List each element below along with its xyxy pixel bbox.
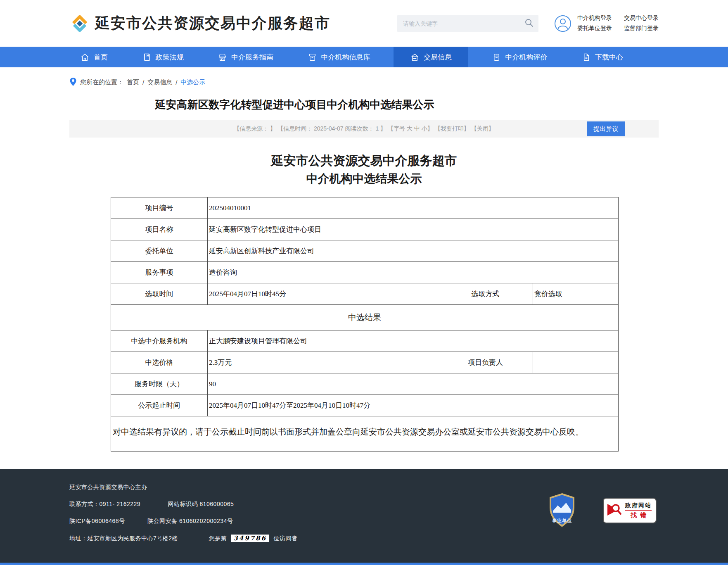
- search-icon: [524, 23, 534, 29]
- archive-box-icon: [308, 52, 317, 62]
- project-name-label: 项目名称: [111, 219, 208, 240]
- gov-badge-subtitle: 找错: [627, 511, 650, 519]
- project-no-label: 项目编号: [111, 197, 208, 219]
- nav-item-label: 首页: [94, 52, 108, 62]
- print-button[interactable]: 【我要打印】: [435, 125, 470, 133]
- search-button[interactable]: [521, 16, 537, 31]
- breadcrumb-separator: /: [175, 79, 177, 86]
- book-icon: [142, 52, 152, 62]
- breadcrumb: 您所在的位置： 首页 / 交易信息 / 中选公示: [69, 67, 659, 93]
- footer-site-code: 网站标识码 6106000065: [168, 501, 234, 507]
- table-row: 服务时限（天） 90: [111, 373, 619, 395]
- info-time: 【信息时间： 2025-04-07 阅读次数： 1 】: [277, 125, 386, 133]
- breadcrumb-trade-info[interactable]: 交易信息: [147, 78, 172, 86]
- select-method-label: 选取方式: [438, 283, 533, 305]
- objection-note: 对中选结果有异议的，请于公示截止时间前以书面形式并加盖公章向延安市公共资源交易办…: [111, 416, 619, 452]
- document-title-line1: 延安市公共资源交易中介服务超市: [0, 152, 728, 170]
- table-row: 项目名称 延安高新区数字化转型促进中心项目: [111, 219, 619, 240]
- login-links: 中介机构登录 委托单位登录 交易中心登录 监督部门登录: [577, 14, 659, 33]
- table-row: 对中选结果有异议的，请于公示截止时间前以书面形式并加盖公章向延安市公共资源交易办…: [111, 416, 619, 452]
- breadcrumb-label: 您所在的位置：: [80, 78, 123, 86]
- table-row: 公示起止时间 2025年04月07日10时47分至2025年04月10日10时4…: [111, 395, 619, 416]
- footer-police: 陕公网安备 61060202000234号: [147, 518, 233, 524]
- login-link-supervision[interactable]: 监督部门登录: [624, 25, 659, 32]
- project-no-value: 202504010001: [208, 197, 619, 219]
- house-dots-icon: [410, 52, 420, 62]
- footer-address-line: 地址：延安市新区为民服务中心7号楼2楼 您是第 349786 位访问者: [69, 535, 659, 542]
- table-wrapper: 项目编号 202504010001 项目名称 延安高新区数字化转型促进中心项目 …: [69, 197, 659, 452]
- search-input[interactable]: [397, 15, 538, 32]
- result-section-header: 中选结果: [111, 305, 619, 330]
- document-title-line2: 中介机构中选结果公示: [0, 170, 728, 188]
- gov-badge-title: 政府网站: [625, 502, 652, 511]
- visitor-counter: 349786: [231, 535, 269, 542]
- breadcrumb-home[interactable]: 首页: [127, 78, 139, 86]
- publicity-period-value: 2025年04月07日10时47分至2025年04月10日10时47分: [208, 395, 619, 416]
- nav-item-agency-rating[interactable]: 中介机构评价: [481, 47, 558, 67]
- footer-organizer: 延安市公共资源交易中心主办: [69, 484, 659, 491]
- project-name-value: 延安高新区数字化转型促进中心项目: [208, 219, 619, 240]
- brand: 延安市公共资源交易中介服务超市: [69, 13, 330, 34]
- footer-address: 地址：延安市新区为民服务中心7号楼2楼: [69, 535, 178, 542]
- nav-item-label: 下载中心: [595, 52, 623, 62]
- search-box: [397, 15, 538, 32]
- publicity-period-label: 公示起止时间: [111, 395, 208, 416]
- breadcrumb-separator: /: [142, 79, 144, 86]
- document-title: 延安市公共资源交易中介服务超市 中介机构中选结果公示: [0, 152, 728, 188]
- service-item-value: 造价咨询: [208, 262, 619, 283]
- site-footer: 延安市公共资源交易中心主办 联系方式：0911- 2162229 网站标识码 6…: [0, 469, 728, 565]
- table-row: 服务事项 造价咨询: [111, 262, 619, 283]
- nav-item-label: 交易信息: [424, 52, 452, 62]
- visitor-suffix: 位访问者: [273, 535, 297, 542]
- storefront-icon: [218, 52, 227, 62]
- winner-value: 正大鹏安建设项目管理有限公司: [208, 330, 619, 352]
- gov-website-error-badge[interactable]: 政府网站 找错: [603, 498, 657, 523]
- page: 延安市公共资源交易中介服务超市: [0, 0, 728, 565]
- user-icon: [554, 15, 571, 32]
- table-row: 中选中介服务机构 正大鹏安建设项目管理有限公司: [111, 330, 619, 352]
- font-size-control[interactable]: 【字号 大 中 小】: [388, 125, 433, 133]
- cabinet-icon: [492, 52, 501, 62]
- table-row: 委托单位 延安高新区创新科技产业有限公司: [111, 240, 619, 262]
- nav-item-label: 中介机构信息库: [321, 52, 370, 62]
- site-logo-icon: [69, 13, 90, 34]
- table-row: 中选价格 2.3万元 项目负责人: [111, 352, 619, 373]
- nav-item-trade-info[interactable]: 交易信息: [394, 47, 468, 67]
- page-title: 延安高新区数字化转型促进中心项目中介机构中选结果公示: [0, 97, 589, 112]
- winner-label: 中选中介服务机构: [111, 330, 208, 352]
- objection-button[interactable]: 提出异议: [587, 121, 625, 136]
- price-value: 2.3万元: [208, 352, 438, 373]
- price-label: 中选价格: [111, 352, 208, 373]
- client-label: 委托单位: [111, 240, 208, 262]
- visitor-prefix: 您是第: [209, 535, 227, 542]
- home-icon: [80, 52, 90, 62]
- institution-badge-label: 事业单位: [548, 518, 576, 524]
- duration-label: 服务时限（天）: [111, 373, 208, 395]
- close-button[interactable]: 【关闭】: [471, 125, 494, 133]
- select-method-value: 竞价选取: [533, 283, 619, 305]
- info-source: 【信息来源： 】: [234, 125, 276, 133]
- nav-item-download-center[interactable]: 下载中心: [571, 47, 634, 67]
- site-header: 延安市公共资源交易中介服务超市: [0, 0, 728, 47]
- nav-item-service-guide[interactable]: 中介服务指南: [207, 47, 284, 67]
- login-link-intermediary[interactable]: 中介机构登录: [577, 14, 612, 22]
- login-divider: [618, 14, 618, 33]
- nav-item-policies[interactable]: 政策法规: [131, 47, 194, 67]
- select-time-value: 2025年04月07日10时45分: [208, 283, 438, 305]
- table-row: 中选结果: [111, 305, 619, 330]
- client-value: 延安高新区创新科技产业有限公司: [208, 240, 619, 262]
- breadcrumb-current[interactable]: 中选公示: [180, 78, 205, 86]
- select-time-label: 选取时间: [111, 283, 208, 305]
- location-pin-icon: [69, 77, 77, 88]
- login-area: 中介机构登录 委托单位登录 交易中心登录 监督部门登录: [554, 14, 659, 33]
- info-bar: 【信息来源： 】 【信息时间： 2025-04-07 阅读次数： 1 】 【字号…: [69, 120, 659, 138]
- site-title: 延安市公共资源交易中介服务超市: [95, 13, 330, 33]
- nav-item-label: 中介机构评价: [505, 52, 548, 62]
- login-link-trade-center[interactable]: 交易中心登录: [624, 14, 659, 22]
- result-table: 项目编号 202504010001 项目名称 延安高新区数字化转型促进中心项目 …: [111, 197, 619, 452]
- table-row: 项目编号 202504010001: [111, 197, 619, 219]
- gov-badge-magnifier-icon: [606, 501, 623, 520]
- nav-item-home[interactable]: 首页: [69, 47, 119, 67]
- login-link-client[interactable]: 委托单位登录: [577, 25, 612, 32]
- nav-item-agency-database[interactable]: 中介机构信息库: [297, 47, 381, 67]
